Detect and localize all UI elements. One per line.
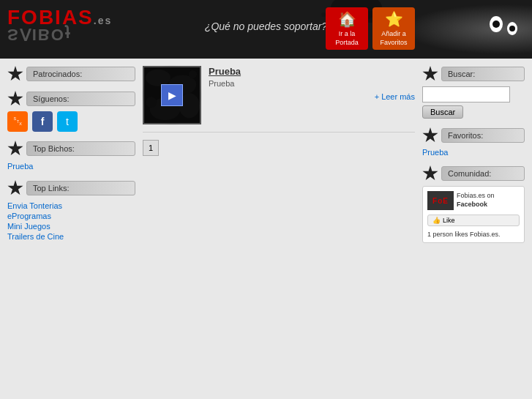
like-count: 1 person likes Fobias.es. xyxy=(427,231,520,238)
social-icons: ␂ f t xyxy=(7,111,135,132)
search-label-row: Buscar: xyxy=(422,66,525,82)
like-button[interactable]: 👍 Like xyxy=(427,215,520,226)
logo[interactable]: FOBIAS.es SɅIBOɟ xyxy=(7,7,112,42)
header: FOBIAS.es SɅIBOɟ ¿Qué no puedes soportar… xyxy=(0,0,532,59)
splat-icon-links xyxy=(7,180,23,196)
top-link-item[interactable]: Trailers de Cine xyxy=(7,231,135,242)
favorites-button[interactable]: ⭐ Añadir a Favoritos xyxy=(372,7,415,50)
patrocinados-title: Patrocinados: xyxy=(26,67,135,81)
header-buttons: 🏠 Ir a la Portada ⭐ Añadir a Favoritos xyxy=(326,7,415,50)
top-link-item[interactable]: Mini Juegos xyxy=(7,221,135,231)
left-sidebar: Patrocinados: Síguenos: ␂ f t xyxy=(7,66,135,392)
rss-button[interactable]: ␂ xyxy=(7,111,28,132)
favoritos-label-row: Favoritos: xyxy=(422,127,525,143)
post-title[interactable]: Prueba xyxy=(209,66,415,77)
siguenos-title: Síguenos: xyxy=(26,92,135,106)
right-sidebar: Buscar: Buscar Favoritos: Prueba Comunid… xyxy=(422,66,525,392)
read-more-link[interactable]: + Leer más xyxy=(209,92,415,101)
search-box: Buscar xyxy=(422,86,525,119)
twitter-button[interactable]: t xyxy=(57,111,78,132)
rss-icon-symbol: ␂ xyxy=(13,115,23,128)
facebook-button[interactable]: f xyxy=(32,111,53,132)
community-logo: FoE xyxy=(427,191,454,210)
patrocinados-section: Patrocinados: xyxy=(7,66,135,82)
post-thumbnail: ▶ xyxy=(143,66,201,124)
search-input[interactable] xyxy=(422,86,510,102)
favoritos-content: Prueba xyxy=(422,148,525,157)
home-btn-label: Ir a la xyxy=(339,30,356,39)
splat-icon-favoritos xyxy=(422,127,438,143)
top-bichos-title: Top Bichos: xyxy=(26,141,135,156)
center-content: ▶ Prueba Prueba + Leer más 1 xyxy=(143,66,415,392)
siguenos-label-row: Síguenos: xyxy=(7,91,135,107)
top-link-item[interactable]: eProgramas xyxy=(7,211,135,221)
favorito-item[interactable]: Prueba xyxy=(422,148,525,157)
svg-point-12 xyxy=(189,70,197,78)
comunidad-section: Comunidad: FoE Fobias.es on Facebook 👍 L… xyxy=(422,165,525,243)
community-name-text: Fobias.es on Facebook xyxy=(457,192,495,209)
post-thumb-icon: ▶ xyxy=(168,89,176,101)
top-link-item[interactable]: Envia Tonterias xyxy=(7,201,135,211)
top-links-title: Top Links: xyxy=(26,181,135,195)
splat-icon-comunidad xyxy=(422,165,438,182)
home-btn-sub: Portada xyxy=(335,39,359,48)
top-bichos-label-row: Top Bichos: xyxy=(7,141,135,157)
comunidad-label-row: Comunidad: xyxy=(422,165,525,182)
siguenos-section: Síguenos: ␂ f t xyxy=(7,91,135,132)
post-excerpt: Prueba xyxy=(209,79,415,88)
favoritos-section: Favoritos: Prueba xyxy=(422,127,525,157)
search-section: Buscar: Buscar xyxy=(422,66,525,119)
home-icon: 🏠 xyxy=(338,10,356,29)
facebook-icon-symbol: f xyxy=(41,116,45,127)
splat-icon-siguenos xyxy=(7,91,23,107)
splat-icon-bichos xyxy=(7,141,23,157)
top-links-label-row: Top Links: xyxy=(7,180,135,196)
top-bichos-section: Top Bichos: Prueba xyxy=(7,141,135,171)
main-content: Patrocinados: Síguenos: ␂ f t xyxy=(0,59,532,399)
top-links-section: Top Links: Envia Tonterias eProgramas Mi… xyxy=(7,180,135,242)
search-button[interactable]: Buscar xyxy=(422,105,463,119)
pagination-page-1[interactable]: 1 xyxy=(143,140,159,156)
logo-mirror: SɅIBOɟ xyxy=(7,26,112,42)
home-button[interactable]: 🏠 Ir a la Portada xyxy=(326,7,368,50)
svg-point-11 xyxy=(146,97,157,108)
twitter-icon-symbol: t xyxy=(66,116,69,127)
logo-text: FOBIAS.es xyxy=(7,7,112,28)
post-info: Prueba Prueba + Leer más xyxy=(209,66,415,124)
fav-btn-label: Añadir a xyxy=(381,30,406,39)
search-title: Buscar: xyxy=(441,67,525,81)
post-item: ▶ Prueba Prueba + Leer más xyxy=(143,66,415,133)
top-bicho-item[interactable]: Prueba xyxy=(7,161,135,171)
post-thumb-inner: ▶ xyxy=(161,84,183,106)
splat-icon-patrocinados xyxy=(7,66,23,82)
favorites-icon: ⭐ xyxy=(385,10,403,29)
fav-btn-sub: Favoritos xyxy=(380,39,407,48)
favoritos-title: Favoritos: xyxy=(441,128,525,143)
comunidad-title: Comunidad: xyxy=(441,166,525,181)
patrocinados-label-row: Patrocinados: xyxy=(7,66,135,82)
community-header: FoE Fobias.es on Facebook xyxy=(427,191,520,210)
community-box: FoE Fobias.es on Facebook 👍 Like 1 perso… xyxy=(422,186,525,243)
tagline: ¿Qué no puedes soportar? xyxy=(205,20,327,32)
splat-icon-search xyxy=(422,66,438,82)
thumbsup-icon: 👍 xyxy=(432,217,441,224)
